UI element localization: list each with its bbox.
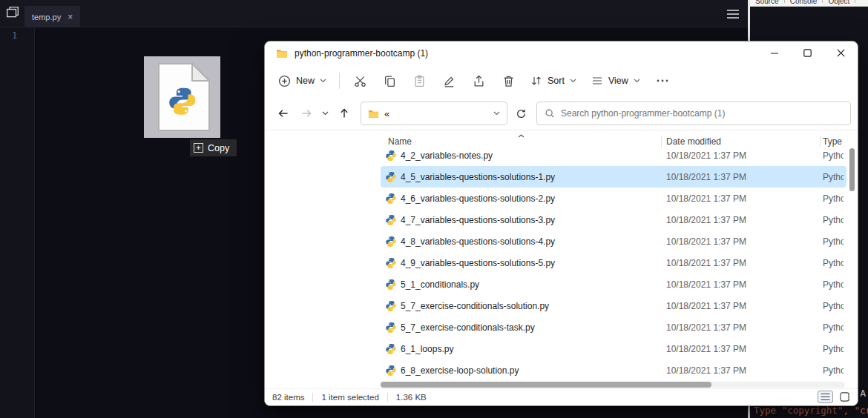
file-date: 10/18/2021 1:37 PM	[666, 172, 823, 182]
table-row[interactable]: 5_7_exercise-conditionals-task.py 10/18/…	[381, 316, 846, 338]
folder-icon	[368, 108, 379, 119]
drag-copy-badge: + Copy	[190, 139, 237, 156]
forward-icon[interactable]	[295, 102, 318, 125]
details-view-icon[interactable]	[818, 391, 833, 403]
table-row[interactable]: 4_8_variables-questions-solutions-4.py 1…	[381, 230, 846, 252]
status-divider	[387, 393, 388, 402]
plus-icon: +	[194, 143, 203, 153]
search-input[interactable]	[561, 108, 843, 119]
vertical-scrollbar[interactable]	[848, 133, 856, 379]
file-name: 5_7_exercise-conditionals-solution.py	[401, 301, 666, 311]
file-date: 10/18/2021 1:37 PM	[666, 301, 823, 311]
cut-button[interactable]	[345, 68, 375, 93]
close-button[interactable]	[824, 42, 858, 64]
table-row[interactable]: 5_1_conditionals.py 10/18/2021 1:37 PM P…	[381, 273, 846, 295]
drag-ghost-python-file	[144, 56, 220, 138]
breadcrumb[interactable]: «	[384, 108, 389, 119]
share-button[interactable]	[464, 68, 493, 93]
file-date: 10/18/2021 1:37 PM	[666, 215, 823, 225]
sort-button-label: Sort	[548, 76, 565, 86]
file-explorer-window: python-programmer-bootcamp (1) New	[264, 41, 858, 406]
file-date: 10/18/2021 1:37 PM	[666, 150, 823, 161]
hamburger-menu-icon[interactable]	[725, 6, 741, 22]
copy-badge-label: Copy	[208, 143, 229, 153]
python-file-icon	[385, 365, 397, 376]
editor-tab-temp-py[interactable]: temp.py ×	[24, 6, 80, 27]
refresh-icon[interactable]	[510, 102, 532, 125]
new-button-label: New	[296, 76, 315, 86]
python-file-icon	[385, 193, 397, 205]
file-type: Python	[823, 215, 844, 225]
table-row[interactable]: 4_7_variables-questions-solutions-3.py 1…	[381, 209, 846, 230]
sort-button[interactable]: Sort	[523, 68, 584, 93]
table-row-selected[interactable]: 4_5_variables-questions-solutions-1.py 1…	[381, 166, 846, 188]
editor-tab-bar	[0, 0, 748, 27]
file-date: 10/18/2021 1:37 PM	[666, 365, 823, 376]
tab-source[interactable]: Source	[750, 0, 785, 3]
file-date: 10/18/2021 1:37 PM	[666, 193, 823, 204]
file-date: 10/18/2021 1:37 PM	[666, 258, 823, 268]
delete-button[interactable]	[493, 68, 523, 93]
table-row[interactable]: 4_6_variables-questions-solutions-2.py 1…	[381, 188, 846, 209]
address-breadcrumb[interactable]: «	[361, 102, 507, 125]
view-button[interactable]: View	[584, 68, 648, 93]
python-file-icon	[385, 279, 397, 291]
horizontal-scrollbar[interactable]	[381, 382, 845, 388]
file-name: 4_5_variables-questions-solutions-1.py	[401, 172, 666, 182]
recent-locations-chevron-icon[interactable]	[318, 102, 332, 125]
file-name: 6_1_loops.py	[401, 344, 666, 354]
python-file-icon	[385, 257, 397, 269]
python-file-icon	[385, 214, 397, 226]
python-file-icon	[385, 343, 397, 355]
rename-button[interactable]	[434, 68, 464, 93]
file-date: 10/18/2021 1:37 PM	[666, 279, 823, 290]
copy-button[interactable]	[375, 68, 404, 93]
view-list-icon	[591, 75, 603, 87]
close-icon[interactable]: ×	[68, 13, 73, 21]
table-row[interactable]: 6_1_loops.py 10/18/2021 1:37 PM Python	[381, 338, 846, 359]
file-type: Python	[823, 236, 844, 247]
python-file-icon	[385, 236, 397, 248]
status-divider	[312, 393, 313, 402]
back-icon[interactable]	[272, 102, 295, 125]
python-file-icon	[385, 300, 397, 312]
table-row[interactable]: 6_8_exercise-loop-solution.py 10/18/2021…	[381, 359, 846, 381]
console-text-fragment: A	[860, 388, 866, 399]
maximize-button[interactable]	[791, 42, 824, 64]
sort-arrows-icon	[530, 75, 542, 87]
table-row[interactable]: 4_2_variables-notes.py 10/18/2021 1:37 P…	[381, 145, 846, 166]
command-bar: New	[265, 64, 858, 97]
more-options-icon[interactable]	[649, 68, 676, 93]
file-name: 4_6_variables-questions-solutions-2.py	[401, 193, 666, 204]
table-row[interactable]: 5_7_exercise-conditionals-solution.py 10…	[381, 295, 846, 316]
chevron-down-icon	[320, 79, 326, 83]
selected-size: 1.36 KB	[396, 393, 427, 402]
large-icons-view-icon[interactable]	[837, 391, 852, 403]
minimize-button[interactable]	[757, 42, 791, 64]
search-container	[536, 102, 851, 125]
view-button-label: View	[608, 76, 628, 86]
vertical-scrollbar-thumb[interactable]	[849, 148, 855, 191]
tab-console[interactable]: Console	[785, 0, 823, 3]
horizontal-scrollbar-thumb[interactable]	[381, 382, 711, 388]
panes-icon[interactable]	[6, 6, 19, 22]
file-type: Python	[823, 193, 844, 204]
status-bar: 82 items 1 item selected 1.36 KB	[265, 388, 858, 405]
line-number: 1	[12, 30, 17, 41]
up-icon[interactable]	[332, 102, 355, 125]
file-name: 5_7_exercise-conditionals-task.py	[401, 322, 666, 333]
screen: temp.py × 1 Source Console Object A Type…	[0, 0, 868, 418]
view-toggles	[818, 391, 852, 403]
file-list: 4_2_variables-notes.py 10/18/2021 1:37 P…	[381, 145, 846, 381]
tab-object[interactable]: Object	[823, 0, 855, 3]
file-name: 4_8_variables-questions-solutions-4.py	[401, 236, 666, 247]
file-name: 4_7_variables-questions-solutions-3.py	[401, 215, 666, 225]
line-number-gutter	[0, 27, 35, 418]
chevron-down-icon	[570, 79, 576, 83]
file-type: Python	[823, 150, 844, 161]
file-name: 5_1_conditionals.py	[401, 279, 666, 290]
new-button[interactable]: New	[271, 68, 334, 93]
paste-button[interactable]	[404, 68, 434, 93]
table-row[interactable]: 4_9_variables-questions-solutions-5.py 1…	[381, 252, 846, 273]
chevron-down-icon[interactable]	[493, 111, 500, 116]
